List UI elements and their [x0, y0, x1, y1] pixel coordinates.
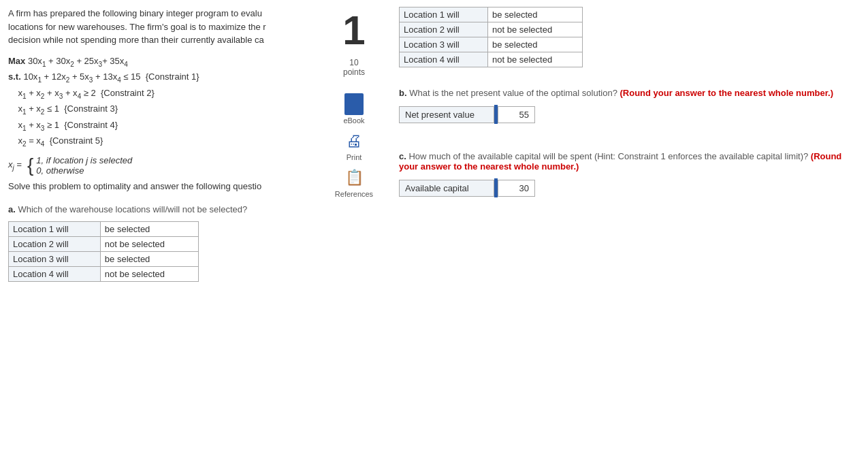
print-label: Print — [347, 153, 362, 161]
solve-text: Solve this problem to optimality and ans… — [8, 180, 312, 193]
left-panel: A firm has prepared the following binary… — [0, 0, 320, 295]
ebook-label: eBook — [343, 116, 364, 125]
part-c-text: c. How much of the available capital wil… — [399, 151, 857, 172]
table-row: Location 2 willnot be selected — [400, 22, 583, 37]
location-cell: Location 3 will — [400, 37, 488, 52]
math-objective: Max 30x1 + 30x2 + 25x3+ 35x4 s.t. 10x1 +… — [8, 54, 312, 150]
right-panel: Location 1 willbe selectedLocation 2 wil… — [388, 0, 868, 295]
right-top-table-section: Location 1 willbe selectedLocation 2 wil… — [399, 7, 857, 67]
ebook-button[interactable]: eBook — [330, 92, 378, 125]
points-display: 10 points — [343, 58, 365, 77]
status-cell[interactable]: not be selected — [100, 266, 198, 281]
location-cell: Location 1 will — [9, 221, 101, 236]
print-button[interactable]: 🖨 Print — [330, 129, 378, 161]
table-row: Location 3 willbe selected — [9, 251, 199, 266]
right-top-table: Location 1 willbe selectedLocation 2 wil… — [399, 7, 583, 67]
table-row: Location 1 willbe selected — [400, 7, 583, 22]
location-cell: Location 1 will — [400, 7, 488, 22]
part-b-input-row: Net present value 55 — [399, 105, 857, 124]
print-icon: 🖨 — [342, 129, 366, 153]
middle-panel: 1 10 points eBook 🖨 Print 📋 References — [320, 0, 388, 295]
part-a-label: a. Which of the warehouse locations will… — [8, 204, 312, 214]
location-cell: Location 2 will — [9, 236, 101, 251]
location-cell: Location 3 will — [9, 251, 101, 266]
table-row: Location 2 willnot be selected — [9, 236, 199, 251]
references-button[interactable]: 📋 References — [330, 165, 378, 198]
location-cell: Location 4 will — [400, 52, 488, 67]
table-row: Location 1 willbe selected — [9, 221, 199, 236]
part-a-section: a. Which of the warehouse locations will… — [8, 204, 312, 282]
status-cell[interactable]: be selected — [100, 221, 198, 236]
part-b-section: b. What is the net present value of the … — [399, 88, 857, 124]
available-capital-label: Available capital — [399, 180, 494, 197]
xj-definition: xj = { 1, if location j is selected 0, o… — [8, 155, 312, 176]
status-cell[interactable]: be selected — [100, 251, 198, 266]
location-cell: Location 2 will — [400, 22, 488, 37]
location-cell: Location 4 will — [9, 266, 101, 281]
part-a-table: Location 1 willbe selectedLocation 2 wil… — [8, 221, 199, 282]
status-cell[interactable]: not be selected — [488, 52, 583, 67]
available-capital-input[interactable]: 30 — [498, 180, 535, 197]
table-row: Location 4 willnot be selected — [9, 266, 199, 281]
status-cell[interactable]: be selected — [488, 37, 583, 52]
part-b-text: b. What is the net present value of the … — [399, 88, 857, 98]
net-present-value-input[interactable]: 55 — [498, 106, 535, 123]
status-cell[interactable]: not be selected — [488, 22, 583, 37]
problem-intro: A firm has prepared the following binary… — [8, 7, 312, 47]
table-row: Location 4 willnot be selected — [400, 52, 583, 67]
table-row: Location 3 willbe selected — [400, 37, 583, 52]
part-c-input-row: Available capital 30 — [399, 178, 857, 197]
status-cell[interactable]: be selected — [488, 7, 583, 22]
status-cell[interactable]: not be selected — [100, 236, 198, 251]
references-icon: 📋 — [342, 165, 366, 190]
part-c-section: c. How much of the available capital wil… — [399, 151, 857, 197]
references-label: References — [335, 190, 373, 198]
net-present-value-label: Net present value — [399, 106, 494, 123]
ebook-icon — [342, 92, 366, 116]
question-number: 1 — [342, 3, 365, 58]
